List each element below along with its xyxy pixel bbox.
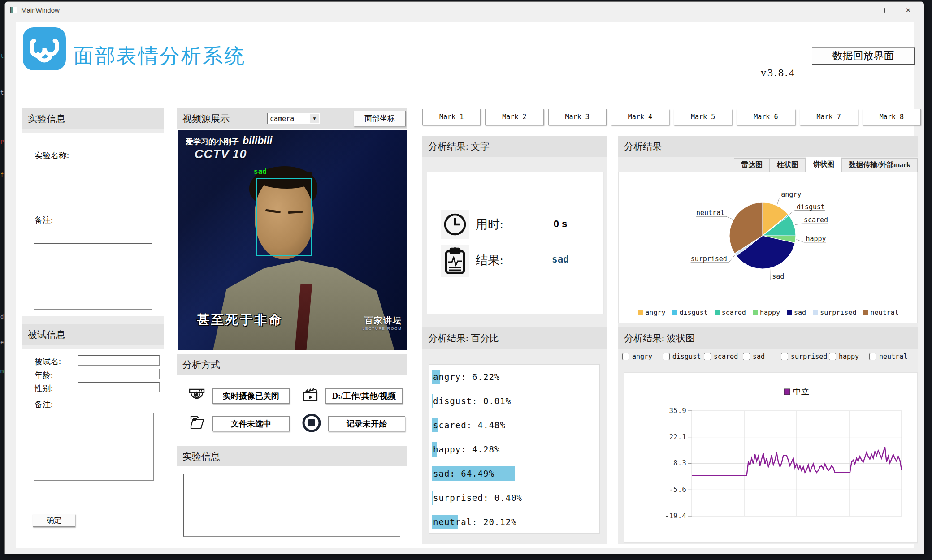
checkbox-angry[interactable]: angry xyxy=(622,353,652,361)
background-text-fragment: m xyxy=(0,368,4,375)
y-axis-tick-label: 8.3 xyxy=(673,459,686,467)
clock-icon xyxy=(441,210,469,239)
experiment-remark-textarea[interactable] xyxy=(34,243,152,310)
uploader-watermark: 爱学习的小刚子 xyxy=(186,137,239,147)
legend-item-neutral: neutral xyxy=(863,309,898,317)
analysis-mode-header: 分析方式 xyxy=(177,354,407,375)
bilibili-logo: bilibili xyxy=(243,135,272,147)
titlebar[interactable]: MainWindow ― ✕ xyxy=(5,2,924,18)
percent-row: angry: 6.22% xyxy=(429,365,599,389)
video-frame: 爱学习的小刚子 bilibili CCTV 10 sad 甚至死于非命 百家讲坛… xyxy=(178,130,407,350)
checkbox-happy[interactable]: happy xyxy=(829,353,859,361)
experiment-info-panel: 实验名称: 备注: xyxy=(22,133,164,316)
background-text-fragment: f xyxy=(0,172,4,178)
pie-label-scared: scared xyxy=(804,216,828,224)
close-button[interactable]: ✕ xyxy=(895,2,921,18)
pie-label-surprised: surprised xyxy=(691,255,727,263)
pie-chart-panel: angrydisgustscaredhappysadsurprisedneutr… xyxy=(618,172,918,323)
text-result-panel: 用时: 0 s 结果: sad xyxy=(427,172,604,314)
percent-row: surprised: 0.40% xyxy=(429,486,599,510)
checkbox-surprised[interactable]: surprised xyxy=(781,353,827,361)
subject-remark-label: 备注: xyxy=(35,399,53,410)
subject-name-input[interactable] xyxy=(78,355,160,366)
legend-swatch xyxy=(813,310,818,315)
folder-files-icon xyxy=(187,414,206,434)
pie-label-happy: happy xyxy=(806,235,826,243)
video-source-select[interactable]: camera ▼ xyxy=(267,113,320,124)
percent-header: 分析结果: 百分比 xyxy=(422,327,607,349)
experiment-log-header: 实验信息 xyxy=(177,446,407,466)
mark-button[interactable]: Mark 1 xyxy=(422,109,481,125)
percent-text: scared: 4.48% xyxy=(429,420,506,430)
face-coordinates-button[interactable]: 面部坐标 xyxy=(354,111,406,126)
experiment-log-textarea[interactable] xyxy=(183,474,400,537)
checkbox-label: disgust xyxy=(672,353,701,361)
tab-饼状图[interactable]: 饼状图 xyxy=(806,157,841,172)
video-source-value: camera xyxy=(270,115,294,123)
file-status-button[interactable]: 文件未选中 xyxy=(212,416,290,431)
checkbox-icon[interactable] xyxy=(663,353,670,360)
subject-age-input[interactable] xyxy=(78,369,160,379)
mark-button[interactable]: Mark 2 xyxy=(485,109,543,125)
checkbox-neutral[interactable]: neutral xyxy=(869,353,907,361)
video-path-button[interactable]: D:/工作/其他/视频 xyxy=(325,388,403,404)
y-axis-tick-label: 35.9 xyxy=(669,406,686,415)
checkbox-label: sad xyxy=(753,353,765,361)
legend-label: surprised xyxy=(820,309,856,317)
checkbox-icon[interactable] xyxy=(781,353,788,360)
tab-柱状图[interactable]: 柱状图 xyxy=(770,158,806,172)
y-axis-tick-label: -19.4 xyxy=(665,512,686,520)
subject-info-header: 被试信息 xyxy=(22,324,164,345)
wave-line-chart: 35.922.18.3-5.6-19.4中立 xyxy=(624,373,918,543)
checkbox-icon[interactable] xyxy=(829,353,836,360)
checkbox-scared[interactable]: scared xyxy=(704,353,738,361)
mark-button[interactable]: Mark 5 xyxy=(674,109,732,125)
pie-label-angry: angry xyxy=(781,190,801,198)
legend-item-scared: scared xyxy=(715,309,746,317)
background-text-fragment: t xyxy=(0,53,4,59)
main-window: MainWindow ― ✕ 面部表情分析系统 数据回放界面 v3.8.4 xyxy=(4,1,924,554)
subject-remark-textarea[interactable] xyxy=(34,413,154,481)
program-name: 百家讲坛 xyxy=(363,315,402,327)
wave-chart-panel: 35.922.18.3-5.6-19.4中立 xyxy=(624,372,918,543)
chevron-down-icon[interactable]: ▼ xyxy=(310,114,319,123)
confirm-button[interactable]: 确定 xyxy=(33,514,75,527)
experiment-log-panel xyxy=(177,470,407,543)
mark-button[interactable]: Mark 3 xyxy=(548,109,607,125)
percent-text: sad: 64.49% xyxy=(429,469,494,478)
cctv-text: CCTV xyxy=(195,147,230,161)
checkbox-icon[interactable] xyxy=(743,353,750,360)
percent-row: scared: 4.48% xyxy=(429,413,599,437)
experiment-name-input[interactable] xyxy=(34,171,152,181)
checkbox-sad[interactable]: sad xyxy=(743,353,765,361)
camera-status-button[interactable]: 实时摄像已关闭 xyxy=(212,388,290,404)
checkbox-icon[interactable] xyxy=(704,353,711,360)
mark-button-row: Mark 1Mark 2Mark 3Mark 4Mark 5Mark 6Mark… xyxy=(422,109,921,125)
subject-gender-input[interactable] xyxy=(78,382,160,392)
legend-label: disgust xyxy=(680,309,708,317)
clipboard-result-icon xyxy=(441,245,469,277)
percent-row: neutral: 20.12% xyxy=(429,510,599,534)
checkbox-disgust[interactable]: disgust xyxy=(663,353,701,361)
close-icon: ✕ xyxy=(906,6,911,14)
detection-emotion-label: sad xyxy=(254,167,267,176)
mark-button[interactable]: Mark 4 xyxy=(611,109,669,125)
minimize-button[interactable]: ― xyxy=(843,2,869,18)
maximize-icon xyxy=(880,8,885,13)
checkbox-icon[interactable] xyxy=(622,353,629,360)
mark-button[interactable]: Mark 6 xyxy=(737,109,795,125)
checkbox-icon[interactable] xyxy=(869,353,876,360)
video-source-title: 视频源展示 xyxy=(182,112,230,125)
data-replay-button[interactable]: 数据回放界面 xyxy=(812,47,915,65)
tab-雷达图[interactable]: 雷达图 xyxy=(734,158,770,172)
record-status-button[interactable]: 记录未开始 xyxy=(328,416,405,431)
tab-数据传输/外部mark[interactable]: 数据传输/外部mark xyxy=(841,158,918,172)
experiment-remark-label: 备注: xyxy=(35,215,53,225)
mark-button[interactable]: Mark 8 xyxy=(863,109,921,125)
legend-item-sad: sad xyxy=(787,309,806,317)
mark-button[interactable]: Mark 7 xyxy=(800,109,858,125)
result-label: 结果: xyxy=(476,252,503,268)
pie-label-neutral: neutral xyxy=(696,209,724,217)
maximize-button[interactable] xyxy=(869,2,895,18)
legend-swatch xyxy=(672,310,677,315)
